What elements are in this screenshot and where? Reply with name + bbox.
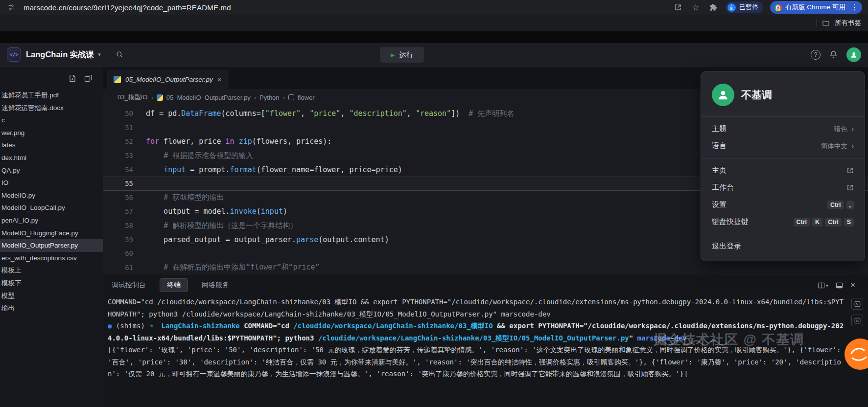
code-text: input = prompt.format(flower_name=flower… — [146, 165, 402, 174]
code-text: for flower, price in zip(flowers, prices… — [146, 137, 331, 146]
external-link-icon — [846, 167, 854, 174]
chrome-update-badge[interactable]: 有新版 Chrome 可用 ⋮ — [770, 1, 862, 14]
terminal-line: ● (shims) ➜ LangChain-shizhanke COMMAND=… — [108, 320, 845, 344]
tab-close-icon[interactable]: × — [217, 75, 222, 84]
code-line[interactable]: 61 # 在解析后的输出中添加“flower”和“price” — [103, 261, 868, 274]
breadcrumb-item[interactable]: flower — [298, 94, 315, 101]
avatar — [712, 84, 734, 106]
url-bar[interactable]: marscode.cn/course/9erl12yejee4qj?code_p… — [23, 3, 231, 12]
open-editors-icon[interactable] — [84, 74, 92, 82]
user-menu-panel: 不基调 主题暗色›语言简体中文›主页工作台设置Ctrl,键盘快捷键CtrlKCt… — [701, 71, 865, 261]
file-item[interactable]: wer.png — [0, 127, 103, 139]
panel-layout-icon[interactable] — [836, 282, 843, 289]
keycap: , — [846, 201, 854, 209]
file-item[interactable]: penAI_IO.py — [0, 214, 103, 227]
file-item[interactable]: lates — [0, 139, 103, 152]
split-terminal-icon[interactable]: ▾ — [818, 282, 828, 289]
browser-menu-icon[interactable]: ⋮ — [851, 3, 858, 12]
menu-divider — [701, 158, 865, 158]
chevron-right-icon: › — [851, 125, 854, 133]
keycap: Ctrl — [827, 201, 844, 209]
open-in-new-icon[interactable] — [673, 2, 683, 13]
menu-item[interactable]: 退出登录 — [701, 238, 865, 255]
terminal-close-icon[interactable]: × — [850, 280, 855, 290]
folder-icon — [822, 19, 830, 27]
file-item[interactable]: dex.html — [0, 152, 103, 164]
terminal-output: COMMAND="cd /cloudide/workspace/LangChai… — [108, 296, 845, 405]
terminal-tab[interactable]: 终端 — [160, 278, 188, 292]
all-bookmarks-button[interactable]: 所有书签 — [835, 19, 861, 27]
menu-item[interactable]: 语言简体中文› — [701, 137, 865, 155]
breadcrumb-item[interactable]: 03_模型IO — [117, 93, 147, 102]
help-icon[interactable]: ? — [811, 50, 821, 60]
file-item[interactable]: ModelIO_OutputParser.py — [0, 239, 103, 252]
menu-item-label: 工作台 — [712, 183, 734, 192]
terminal-tabs: 调试控制台终端网络服务 — [103, 274, 868, 296]
keycap: Ctrl — [825, 218, 842, 226]
chevron-down-icon[interactable]: ▾ — [98, 51, 101, 58]
line-number: 51 — [103, 124, 146, 132]
bell-icon[interactable] — [829, 50, 838, 59]
mascot-badge[interactable] — [845, 339, 868, 370]
menu-item[interactable]: 设置Ctrl, — [701, 196, 865, 213]
chrome-icon — [774, 4, 782, 11]
editor-tab-label: 05_ModelIO_OutputParser.py — [125, 76, 213, 83]
header-actions: ? — [811, 47, 861, 62]
page-top-band — [0, 31, 868, 43]
bookmark-star-icon[interactable]: ☆ — [690, 2, 701, 13]
menu-item[interactable]: 键盘快捷键CtrlKCtrlS — [701, 213, 865, 230]
file-item[interactable]: c — [0, 114, 103, 127]
terminal-tab[interactable]: 调试控制台 — [108, 279, 150, 292]
bookmarks-bar: 所有书签 — [0, 15, 868, 31]
file-item[interactable]: 速鲜花运营指南.docx — [0, 102, 103, 114]
code-text: parsed_output = output_parser.parse(outp… — [146, 235, 389, 244]
file-item[interactable]: QA.py — [0, 164, 103, 177]
line-number: 61 — [103, 264, 146, 271]
breadcrumb-item[interactable]: Python — [259, 94, 279, 101]
avatar[interactable] — [846, 47, 861, 62]
menu-item-value — [846, 167, 854, 174]
separator — [817, 19, 817, 27]
run-label: 运行 — [399, 50, 413, 60]
menu-item-label: 主页 — [712, 166, 727, 175]
terminal-actions: ▾ × — [818, 274, 855, 296]
terminal-tab[interactable]: 网络服务 — [198, 279, 233, 292]
search-icon[interactable] — [116, 50, 124, 59]
line-number: 52 — [103, 137, 146, 145]
keycap: S — [844, 218, 854, 226]
file-item[interactable]: ModelIO_LoopCall.py — [0, 202, 103, 214]
course-title[interactable]: LangChain 实战课 — [26, 49, 94, 60]
site-settings-icon[interactable] — [6, 2, 17, 13]
file-item[interactable]: ers_with_descriptions.csv — [0, 252, 103, 265]
file-list[interactable]: 速鲜花员工手册.pdf速鲜花运营指南.docxcwer.pnglatesdex.… — [0, 89, 103, 315]
terminal-line: [{'flower': '玫瑰', 'price': '50', 'descri… — [108, 344, 845, 380]
file-item[interactable]: IO — [0, 177, 103, 189]
file-item[interactable]: 模型 — [0, 290, 103, 302]
user-menu-items: 主题暗色›语言简体中文›主页工作台设置Ctrl,键盘快捷键CtrlKCtrlS退… — [701, 120, 865, 255]
file-item[interactable]: 输出 — [0, 302, 103, 315]
breadcrumb-item[interactable]: 05_ModelIO_OutputParser.py — [166, 94, 251, 101]
editor-tab[interactable]: 05_ModelIO_OutputParser.py × — [107, 69, 229, 89]
menu-item[interactable]: 工作台 — [701, 179, 865, 196]
file-item[interactable]: ModelIO.py — [0, 189, 103, 202]
menu-item-label: 设置 — [712, 200, 727, 209]
terminal-line: COMMAND="cd /cloudide/workspace/LangChai… — [108, 296, 845, 320]
menu-divider — [701, 116, 865, 117]
line-number: 58 — [103, 222, 146, 229]
terminal-rail — [851, 298, 863, 326]
terminal-instance-icon[interactable] — [851, 298, 863, 310]
breadcrumb-separator-icon: › — [254, 94, 256, 101]
file-item[interactable]: ModelIO_HuggingFace.py — [0, 227, 103, 240]
menu-item[interactable]: 主题暗色› — [701, 120, 865, 137]
menu-item[interactable]: 主页 — [701, 162, 865, 179]
run-button[interactable]: ▶ 运行 — [380, 47, 424, 63]
file-item[interactable]: 模板上 — [0, 264, 103, 277]
file-item[interactable]: 速鲜花员工手册.pdf — [0, 89, 103, 102]
juejin-extension-badge[interactable]: 已暂停 — [726, 1, 763, 13]
new-file-icon[interactable] — [69, 74, 76, 82]
file-item[interactable]: 模板下 — [0, 277, 103, 290]
terminal-instance-icon[interactable] — [851, 315, 863, 326]
extensions-puzzle-icon[interactable] — [708, 2, 719, 13]
chevron-right-icon: › — [851, 142, 854, 150]
keycap: K — [812, 218, 822, 226]
